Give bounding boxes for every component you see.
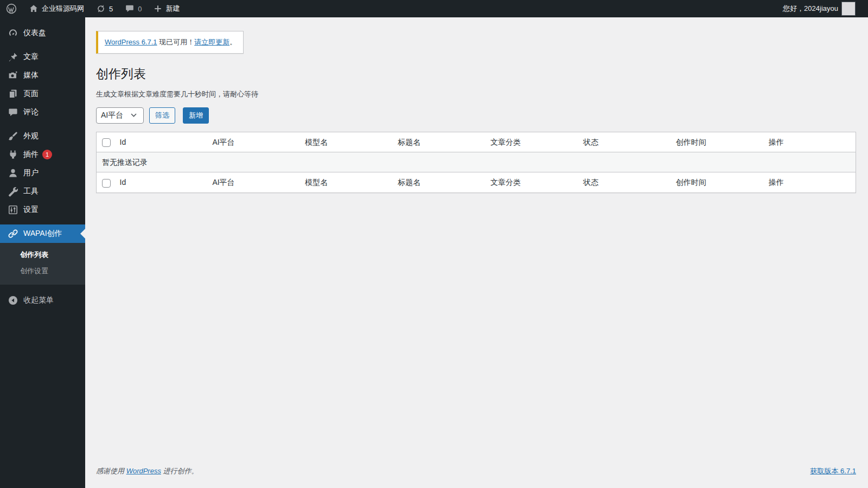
submenu-item-creation-settings[interactable]: 创作设置 (0, 263, 85, 279)
add-button[interactable]: 新增 (183, 107, 209, 124)
wrench-icon (8, 186, 18, 197)
sidebar-item-tools[interactable]: 工具 (0, 182, 85, 201)
column-header-title: 标题名 (392, 132, 485, 152)
chevron-down-icon (131, 113, 137, 117)
column-footer-time: 创作时间 (671, 172, 763, 192)
admin-bar: 企业猫源码网 5 0 新建 您好，2024jiayou (0, 0, 868, 17)
sidebar-item-settings[interactable]: 设置 (0, 201, 85, 219)
new-content-button[interactable]: 新建 (148, 0, 186, 17)
greeting-label: 您好，2024jiayou (783, 4, 838, 14)
menu-separator (0, 42, 85, 48)
sidebar-item-label: 外观 (23, 131, 39, 141)
wordpress-logo-icon (6, 3, 17, 14)
page-title: 创作列表 (96, 66, 856, 82)
table-footer-row: Id AI平台 模型名 标题名 文章分类 状态 创作时间 操作 (97, 172, 856, 192)
update-count: 5 (109, 5, 113, 13)
updates-link[interactable]: 5 (90, 0, 119, 17)
column-header-id: Id (114, 132, 207, 152)
column-header-actions: 操作 (763, 132, 856, 152)
new-content-label: 新建 (165, 4, 180, 14)
update-notice: WordPress 6.7.1 现已可用！请立即更新。 (96, 31, 244, 54)
get-version-link[interactable]: 获取版本 6.7.1 (810, 467, 856, 475)
sidebar-item-appearance[interactable]: 外观 (0, 127, 85, 145)
admin-sidebar: 仪表盘 文章 媒体 页面 评论 (0, 17, 85, 488)
table-header-row: Id AI平台 模型名 标题名 文章分类 状态 创作时间 操作 (97, 132, 856, 152)
comment-count: 0 (138, 5, 142, 13)
column-header-status: 状态 (578, 132, 671, 152)
column-header-model: 模型名 (299, 132, 392, 152)
collapse-arrow-icon (8, 295, 18, 306)
select-all-checkbox-bottom[interactable] (102, 179, 111, 188)
footer-thanks-prefix: 感谢使用 (96, 467, 126, 475)
sidebar-item-label: 用户 (23, 168, 39, 178)
comment-bubble-icon (8, 107, 18, 118)
update-now-link[interactable]: 请立即更新 (194, 38, 229, 46)
footer-version: 获取版本 6.7.1 (810, 466, 856, 476)
collapse-menu-button[interactable]: 收起菜单 (0, 291, 85, 310)
wordpress-logo-menu[interactable] (0, 0, 23, 17)
list-controls: AI平台 筛选 新增 (96, 107, 856, 124)
home-icon (29, 4, 39, 14)
sidebar-item-label: 设置 (23, 205, 39, 215)
user-icon (8, 168, 18, 178)
pushpin-icon (8, 52, 18, 62)
plus-icon (154, 4, 162, 13)
ai-platform-select[interactable]: AI平台 (96, 107, 144, 124)
column-footer-model: 模型名 (299, 172, 392, 192)
notice-period: 。 (229, 38, 237, 46)
menu-separator (0, 121, 85, 127)
comments-link[interactable]: 0 (119, 0, 148, 17)
sidebar-item-label: 插件 (23, 150, 39, 159)
wordpress-version-link[interactable]: WordPress 6.7.1 (105, 38, 157, 46)
submenu-item-creation-list[interactable]: 创作列表 (0, 247, 85, 263)
filter-button[interactable]: 筛选 (149, 107, 175, 124)
sidebar-item-media[interactable]: 媒体 (0, 66, 85, 85)
column-header-category: 文章分类 (485, 132, 578, 152)
sidebar-item-plugins[interactable]: 插件 1 (0, 145, 85, 164)
my-account-menu[interactable]: 您好，2024jiayou (777, 0, 861, 17)
sidebar-item-label: 工具 (23, 187, 39, 196)
select-all-checkbox[interactable] (102, 138, 111, 147)
sidebar-item-wapai[interactable]: WAPAI创作 (0, 224, 85, 243)
column-footer-title: 标题名 (392, 172, 485, 192)
update-icon (96, 4, 106, 14)
sidebar-item-comments[interactable]: 评论 (0, 103, 85, 121)
menu-separator (0, 219, 85, 224)
site-name-link[interactable]: 企业猫源码网 (23, 0, 90, 17)
column-footer-platform: AI平台 (207, 172, 299, 192)
collapse-menu-label: 收起菜单 (23, 296, 54, 305)
sidebar-item-pages[interactable]: 页面 (0, 85, 85, 103)
avatar (841, 2, 856, 16)
column-footer-id: Id (114, 172, 207, 192)
sidebar-item-posts[interactable]: 文章 (0, 48, 85, 66)
column-footer-status: 状态 (578, 172, 671, 192)
sidebar-item-label: 页面 (23, 89, 39, 99)
sidebar-item-label: 仪表盘 (23, 28, 46, 38)
pages-icon (8, 88, 18, 99)
footer-thanks-suffix: 进行创作。 (161, 467, 199, 475)
footer-wordpress-link[interactable]: WordPress (126, 467, 161, 475)
plugins-update-badge: 1 (42, 150, 52, 159)
notice-text: 现已可用！ (157, 38, 195, 46)
empty-table-row: 暂无推送记录 (97, 152, 856, 172)
admin-bar-right: 您好，2024jiayou (777, 0, 868, 17)
sidebar-item-label: WAPAI创作 (23, 229, 62, 239)
sidebar-item-label: 评论 (23, 107, 39, 117)
media-icon (8, 70, 18, 81)
footer-thanks: 感谢使用 WordPress 进行创作。 (96, 466, 199, 476)
comment-icon (125, 4, 135, 14)
chain-link-icon (8, 228, 18, 239)
paintbrush-icon (8, 131, 18, 142)
plug-icon (8, 149, 18, 160)
column-header-platform: AI平台 (207, 132, 299, 152)
sidebar-item-users[interactable]: 用户 (0, 164, 85, 182)
main-content: WordPress 6.7.1 现已可用！请立即更新。 创作列表 生成文章根据文… (85, 17, 868, 488)
empty-message: 暂无推送记录 (97, 152, 856, 172)
sidebar-item-label: 文章 (23, 52, 39, 62)
admin-bar-left: 企业猫源码网 5 0 新建 (0, 0, 186, 17)
ai-platform-select-value: AI平台 (101, 111, 123, 120)
settings-sliders-icon (8, 204, 18, 215)
creation-list-table: Id AI平台 模型名 标题名 文章分类 状态 创作时间 操作 暂无推送记录 (96, 132, 856, 193)
sidebar-item-dashboard[interactable]: 仪表盘 (0, 24, 85, 42)
wapai-submenu: 创作列表 创作设置 (0, 243, 85, 285)
